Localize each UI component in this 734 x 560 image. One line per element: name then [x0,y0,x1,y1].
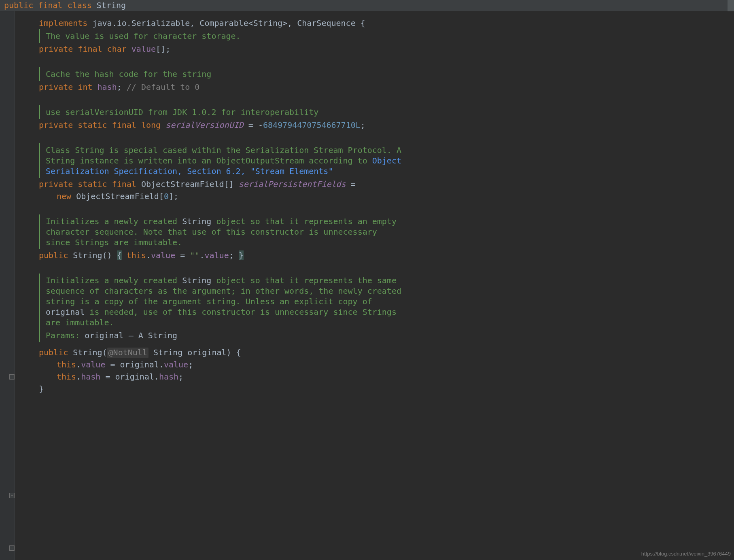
code-line: } [15,383,734,395]
code-editor[interactable]: implements java.io.Serializable, Compara… [15,11,734,560]
code-line: this.hash = original.hash; [15,371,734,383]
file-tab-edge-icon[interactable] [728,0,734,11]
params-label: Params: [46,331,85,340]
javadoc-block: Initializes a newly created String objec… [39,214,403,249]
code-line: private static final long serialVersionU… [15,119,734,131]
editor-gutter: + − − [0,0,15,560]
javadoc-block: use serialVersionUID from JDK 1.0.2 for … [39,105,403,119]
watermark: https://blog.csdn.net/weixin_39676449 [641,551,731,557]
code-line: private static final ObjectStreamField[]… [15,178,734,190]
javadoc-block: Cache the hash code for the string [39,67,403,81]
fold-icon[interactable]: + [9,374,15,380]
code-line: this.value = original.value; [15,358,734,371]
code-line: public String() { this.value = "".value;… [15,249,734,261]
annotation: @NotNull [108,348,147,357]
javadoc-block: Class String is special cased within the… [39,143,403,178]
code-line: public String(@NotNull String original) … [15,346,734,358]
kw-final: final [38,0,62,10]
fold-icon[interactable]: − [9,545,15,551]
code-line: private final char value[]; [15,43,734,55]
class-name: String [97,0,126,10]
javadoc-block: Initializes a newly created String objec… [39,274,403,342]
code-line: implements java.io.Serializable, Compara… [15,17,734,29]
code-line: new ObjectStreamField[0]; [15,190,734,202]
kw-public: public [4,0,33,10]
code-line: private int hash; // Default to 0 [15,81,734,93]
fold-icon[interactable]: − [9,493,15,498]
sticky-class-header: public final class String [0,0,734,11]
kw-class: class [68,0,92,10]
javadoc-block: The value is used for character storage. [39,29,403,43]
